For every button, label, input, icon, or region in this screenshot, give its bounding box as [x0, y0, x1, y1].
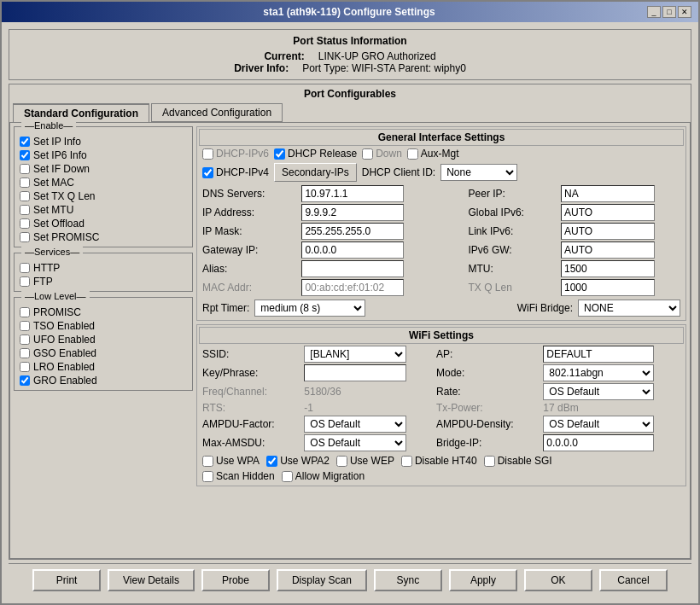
gso-label: GSO Enabled — [33, 347, 96, 359]
view-details-button[interactable]: View Details — [108, 569, 195, 591]
set-ip-info-checkbox[interactable] — [20, 137, 30, 147]
http-checkbox[interactable] — [20, 263, 30, 273]
maximize-button[interactable]: □ — [662, 6, 676, 18]
driver-value: Port Type: WIFI-STA Parent: wiphy0 — [302, 62, 466, 74]
wifi-bridge-select[interactable]: NONE — [578, 300, 680, 317]
services-group: —Services— HTTP FTP — [14, 253, 193, 292]
bridge-ip-input[interactable] — [543, 434, 654, 451]
port-status-current-row: Current: LINK-UP GRO Authorized — [20, 50, 680, 62]
probe-button[interactable]: Probe — [201, 569, 270, 591]
ip-mask-input[interactable] — [301, 223, 404, 240]
dhcp-ipv4-checkbox[interactable] — [202, 167, 213, 178]
close-button[interactable]: ✕ — [678, 6, 691, 18]
dhcp-release-checkbox[interactable] — [274, 148, 285, 160]
down-checkbox[interactable] — [362, 148, 373, 160]
dns-input[interactable] — [301, 185, 404, 202]
rate-select[interactable]: OS Default — [543, 383, 654, 400]
dhcp-row2: DHCP-IPv4 Secondary-IPs DHCP Client ID: … — [199, 161, 684, 183]
key-phrase-input[interactable] — [304, 364, 406, 381]
ll-gso: GSO Enabled — [20, 347, 187, 359]
use-wpa2-checkbox[interactable] — [266, 456, 277, 467]
key-phrase-label: Key/Phrase: — [202, 367, 300, 379]
set-promisc-checkbox[interactable] — [20, 232, 30, 242]
use-wpa-label: Use WPA — [216, 455, 260, 467]
alias-input[interactable] — [301, 260, 404, 277]
minimize-button[interactable]: _ — [647, 6, 661, 18]
print-button[interactable]: Print — [32, 569, 101, 591]
tab-advanced[interactable]: Advanced Configuration — [151, 103, 283, 122]
ok-button[interactable]: OK — [524, 569, 592, 591]
lro-checkbox[interactable] — [20, 362, 30, 372]
mac-addr-input[interactable] — [301, 279, 404, 296]
gro-checkbox[interactable] — [20, 375, 30, 386]
mode-select[interactable]: 802.11abgn — [543, 364, 654, 381]
set-mac-checkbox[interactable] — [20, 177, 30, 188]
tso-checkbox[interactable] — [20, 321, 30, 331]
ampdu-density-select[interactable]: OS Default — [543, 416, 654, 433]
use-wpa-checkbox[interactable] — [202, 456, 213, 467]
ftp-checkbox[interactable] — [20, 276, 30, 287]
ftp-label: FTP — [33, 276, 53, 288]
promisc-label: PROMISC — [33, 306, 81, 318]
driver-label: Driver Info: — [234, 62, 289, 74]
left-panel: —Enable— Set IP Info Set IP6 Info — [14, 126, 193, 555]
peer-ip-label: Peer IP: — [469, 188, 557, 200]
scan-hidden-checkbox[interactable] — [202, 471, 213, 482]
ampdu-factor-select[interactable]: OS Default — [304, 416, 406, 433]
set-tx-q-len-label: Set TX Q Len — [33, 190, 96, 202]
down-group: Down — [362, 148, 402, 160]
rts-label: RTS: — [202, 402, 300, 414]
max-amsdu-select[interactable]: OS Default — [304, 434, 406, 451]
tx-q-len-input[interactable] — [561, 279, 655, 296]
set-mtu-checkbox[interactable] — [20, 205, 30, 215]
apply-button[interactable]: Apply — [449, 569, 517, 591]
gro-label: GRO Enabled — [33, 375, 97, 387]
dhcp-ipv6-label: DHCP-IPv6 — [216, 148, 269, 160]
disable-ht40-checkbox[interactable] — [401, 456, 412, 467]
disable-sgi-checkbox[interactable] — [484, 456, 495, 467]
link-ipv6-input[interactable] — [561, 223, 655, 240]
set-ip6-info-checkbox[interactable] — [20, 150, 30, 160]
use-wep-checkbox[interactable] — [336, 456, 347, 467]
secondary-ips-button[interactable]: Secondary-IPs — [274, 163, 357, 182]
dhcp-ipv4-group: DHCP-IPv4 — [202, 166, 269, 178]
aux-mgt-checkbox[interactable] — [407, 148, 418, 160]
gso-checkbox[interactable] — [20, 348, 30, 358]
ufo-checkbox[interactable] — [20, 334, 30, 345]
dhcp-client-id-select[interactable]: None — [440, 164, 517, 181]
promisc-checkbox[interactable] — [20, 307, 30, 317]
down-label: Down — [376, 148, 402, 160]
wifi-checkboxes-row1: Use WPA Use WPA2 Use WEP — [199, 453, 684, 468]
ap-input[interactable] — [543, 346, 654, 363]
enable-set-ip-info: Set IP Info — [20, 136, 187, 148]
mtu-input[interactable] — [561, 260, 655, 277]
ip-address-input[interactable] — [301, 204, 404, 221]
cancel-button[interactable]: Cancel — [599, 569, 668, 591]
set-ip-info-label: Set IP Info — [33, 136, 81, 148]
low-level-group: —Low Level— PROMISC TSO Enabled — [14, 297, 193, 391]
wifi-bridge-label: WiFi Bridge: — [517, 302, 573, 314]
gateway-ip-input[interactable] — [301, 241, 404, 259]
current-value: LINK-UP GRO Authorized — [318, 50, 436, 62]
wifi-settings-title: WiFi Settings — [199, 327, 684, 344]
ipv6-gw-input[interactable] — [561, 241, 655, 259]
gateway-ip-label: Gateway IP: — [202, 244, 298, 256]
global-ipv6-input[interactable] — [561, 204, 655, 221]
rate-label: Rate: — [436, 386, 540, 398]
dhcp-ipv6-checkbox[interactable] — [202, 148, 213, 160]
ip-address-label: IP Address: — [202, 207, 298, 218]
scan-hidden-group: Scan Hidden — [202, 470, 275, 482]
allow-migration-checkbox[interactable] — [282, 471, 293, 482]
ssid-select[interactable]: [BLANK] — [304, 346, 406, 363]
sync-button[interactable]: Sync — [374, 569, 442, 591]
rpt-timer-label: Rpt Timer: — [202, 302, 249, 314]
dhcp-release-label: DHCP Release — [288, 148, 357, 160]
set-offload-checkbox[interactable] — [20, 218, 30, 229]
peer-ip-input[interactable] — [561, 185, 655, 202]
rts-value: -1 — [304, 402, 433, 414]
set-if-down-checkbox[interactable] — [20, 164, 30, 174]
rpt-timer-select[interactable]: medium (8 s) — [254, 300, 365, 317]
title-bar: sta1 (ath9k-119) Configure Settings _ □ … — [2, 2, 698, 22]
set-tx-q-len-checkbox[interactable] — [20, 191, 30, 201]
display-scan-button[interactable]: Display Scan — [277, 569, 367, 591]
